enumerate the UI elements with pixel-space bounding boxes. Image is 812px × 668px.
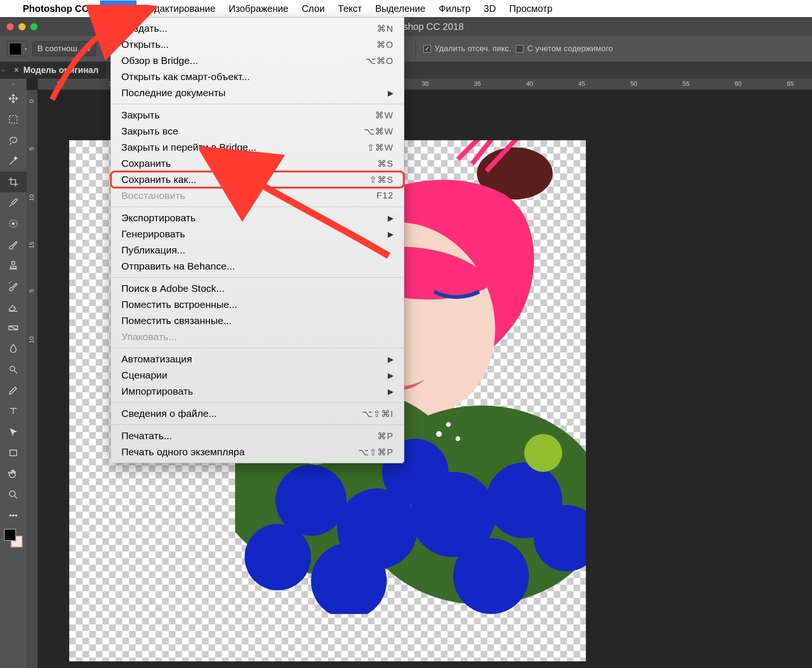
menu-item[interactable]: Закрыть⌘W <box>111 107 404 123</box>
tool-magic-wand[interactable] <box>0 151 27 172</box>
menu-item[interactable]: Поиск в Adobe Stock... <box>111 280 404 297</box>
menu-item[interactable]: Открыть...⌘O <box>111 36 404 53</box>
menu-выделение[interactable]: Выделение <box>368 0 432 17</box>
menu-item[interactable]: Закрыть все⌥⌘W <box>111 123 404 139</box>
menu-item[interactable]: Экспортировать▶ <box>111 210 404 226</box>
delete-cropped-label: Удалить отсеч. пикс. <box>435 44 511 54</box>
menu-shortcut: ⌥⌘O <box>365 55 393 66</box>
tool-zoom[interactable] <box>0 484 27 505</box>
menu-item[interactable]: Обзор в Bridge...⌥⌘O <box>111 53 404 69</box>
aspect-ratio-dropdown[interactable]: В соотнош...▾ <box>32 41 96 56</box>
menu-текст[interactable]: Текст <box>331 0 368 17</box>
app-name[interactable]: Photoshop CC <box>23 3 89 14</box>
menu-item-label: Импортировать <box>121 386 193 397</box>
tool-edit-toolbar[interactable] <box>0 505 27 526</box>
ruler-vertical[interactable]: 051015510 <box>27 90 38 668</box>
menu-item-label: Открыть... <box>121 39 169 50</box>
svg-point-10 <box>10 515 11 516</box>
tool-move[interactable] <box>0 88 27 109</box>
menu-shortcut: ⌥⇧⌘P <box>358 447 393 458</box>
submenu-arrow-icon: ▶ <box>388 355 393 364</box>
tabstrip-grip-icon[interactable]: ›› <box>0 62 7 79</box>
menu-item[interactable]: Сохранить как...⇧⌘S <box>111 172 404 188</box>
menu-item-label: Поиск в Adobe Stock... <box>121 283 225 294</box>
tool-hand[interactable] <box>0 463 27 484</box>
tool-blur[interactable] <box>0 338 27 359</box>
menu-item[interactable]: Генерировать▶ <box>111 226 404 242</box>
ruler-tick: 30 <box>422 80 429 87</box>
menu-item: ВосстановитьF12 <box>111 188 404 204</box>
tool-path-select[interactable] <box>0 422 27 442</box>
tool-brush[interactable] <box>0 234 27 255</box>
svg-point-28 <box>524 434 562 472</box>
menu-item[interactable]: Поместить связанные... <box>111 313 404 329</box>
tool-stamp[interactable] <box>0 255 27 276</box>
menu-item-label: Закрыть <box>121 109 160 121</box>
menu-item[interactable]: Импортировать▶ <box>111 383 404 399</box>
tool-crop[interactable] <box>0 172 27 192</box>
menu-item[interactable]: Автоматизация▶ <box>111 351 404 367</box>
svg-rect-8 <box>10 450 17 456</box>
menu-item[interactable]: Открыть как смарт-объект... <box>111 69 404 85</box>
menu-item-label: Поместить встроенные... <box>121 299 237 310</box>
foreground-swatch[interactable] <box>4 529 16 541</box>
tool-dodge[interactable] <box>0 359 27 380</box>
menu-изображение[interactable]: Изображение <box>222 0 295 17</box>
menu-item-label: Печать одного экземпляра <box>121 446 245 458</box>
menu-item[interactable]: Отправить на Behance... <box>111 258 404 274</box>
menu-item[interactable]: Печатать...⌘P <box>111 428 404 444</box>
document-tab[interactable]: × Модель оригинал <box>7 62 106 79</box>
svg-point-7 <box>10 366 15 371</box>
menu-редактирование[interactable]: Редактирование <box>137 0 222 17</box>
tool-gradient[interactable] <box>0 317 27 338</box>
tool-lasso[interactable] <box>0 130 27 151</box>
tool-eraser[interactable] <box>0 297 27 317</box>
toolbox-collapse-icon[interactable]: ›› <box>0 81 27 88</box>
tool-history-brush[interactable] <box>0 276 27 297</box>
menu-item[interactable]: Сценарии▶ <box>111 367 404 383</box>
zoom-window-button[interactable] <box>30 23 37 30</box>
menu-item-label: Упаковать... <box>121 331 177 343</box>
tool-type[interactable] <box>0 401 27 422</box>
svg-point-26 <box>453 538 529 614</box>
menu-item-label: Экспортировать <box>121 212 196 224</box>
menu-файл[interactable]: Файл <box>100 0 137 17</box>
menu-item[interactable]: Сведения о файле...⌥⇧⌘I <box>111 406 404 422</box>
minimize-window-button[interactable] <box>18 23 26 30</box>
menu-item-label: Автоматизация <box>121 353 192 365</box>
ruler-tick: 40 <box>526 80 533 87</box>
close-window-button[interactable] <box>7 23 14 30</box>
delete-cropped-checkbox[interactable]: ✓Удалить отсеч. пикс. <box>423 44 511 54</box>
svg-point-29 <box>436 431 442 437</box>
tool-marquee[interactable] <box>0 109 27 130</box>
ruler-tick: 60 <box>735 80 741 87</box>
traffic-lights <box>0 23 37 30</box>
menu-item[interactable]: Последние документы▶ <box>111 85 404 101</box>
tool-rectangle[interactable] <box>0 442 27 463</box>
menu-слои[interactable]: Слои <box>295 0 331 17</box>
menu-item[interactable]: Закрыть и перейти в Bridge...⇧⌘W <box>111 139 404 155</box>
menu-item-label: Обзор в Bridge... <box>121 55 198 66</box>
ruler-tick: 5 <box>28 147 35 150</box>
tool-preset-picker[interactable]: ▾ <box>7 41 27 57</box>
tool-pen[interactable] <box>0 380 27 401</box>
menu-item[interactable]: Сохранить⌘S <box>111 155 404 172</box>
close-tab-icon[interactable]: × <box>14 66 18 74</box>
menu-item[interactable]: Печать одного экземпляра⌥⇧⌘P <box>111 444 404 460</box>
color-swatches[interactable] <box>4 529 23 548</box>
menu-item-label: Генерировать <box>121 228 185 240</box>
menu-item-label: Публикация... <box>121 244 185 256</box>
tool-eyedropper[interactable] <box>0 192 27 213</box>
tool-healing[interactable] <box>0 213 27 234</box>
menu-item-label: Сохранить как... <box>121 174 196 185</box>
menu-3d[interactable]: 3D <box>477 0 503 17</box>
menu-item[interactable]: Публикация... <box>111 242 404 258</box>
ruler-tick: 35 <box>474 80 481 87</box>
svg-rect-3 <box>9 116 17 123</box>
menu-фильтр[interactable]: Фильтр <box>432 0 477 17</box>
content-aware-checkbox[interactable]: С учетом содержимого <box>516 44 613 54</box>
menu-item[interactable]: Создать...⌘N <box>111 20 404 36</box>
menu-item[interactable]: Поместить встроенные... <box>111 297 404 313</box>
ruler-tick: 10 <box>28 194 35 201</box>
menu-просмотр[interactable]: Просмотр <box>502 0 559 17</box>
